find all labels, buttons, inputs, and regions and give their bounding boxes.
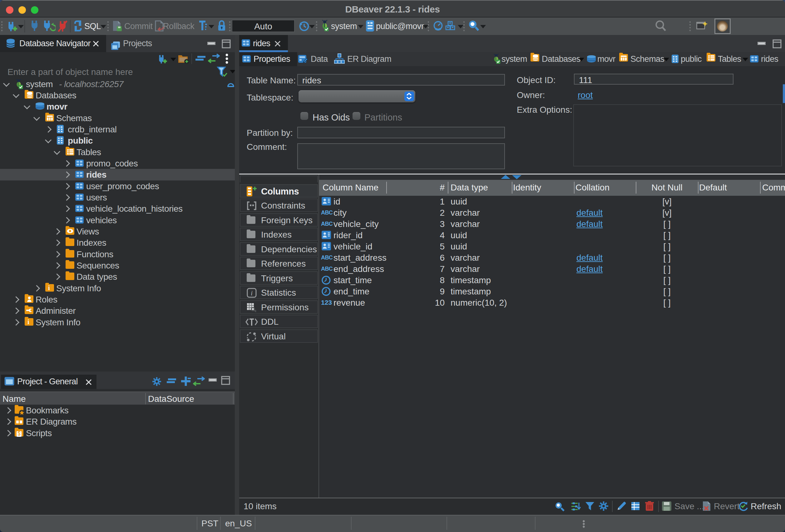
svg-text:i: i (251, 289, 253, 297)
